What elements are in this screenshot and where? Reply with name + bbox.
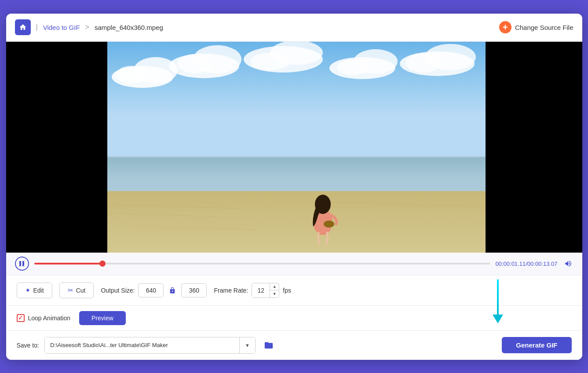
save-path-wrap: ▼ <box>44 337 256 354</box>
save-path-input[interactable] <box>45 337 239 353</box>
time-current: 00:00:01.11 <box>496 261 526 267</box>
preview-button[interactable]: Preview <box>79 311 126 325</box>
video-player <box>6 42 582 253</box>
breadcrumb-file: sample_640x360.mpeg <box>95 24 163 31</box>
frame-rate-group: Frame Rate: ▲ ▼ fps <box>214 283 291 298</box>
home-icon <box>19 23 27 31</box>
pause-button[interactable] <box>15 257 29 271</box>
fps-label: fps <box>283 287 291 294</box>
breadcrumb-separator: | <box>36 23 38 31</box>
volume-button[interactable] <box>563 258 573 269</box>
output-size-label: Output Size: <box>101 287 135 294</box>
lock-icon-svg <box>169 286 176 295</box>
video-letterbox-right <box>486 42 582 253</box>
options-bar: ✓ Loop Animation Preview <box>6 306 582 331</box>
height-input[interactable] <box>181 283 207 297</box>
width-input[interactable] <box>138 283 164 297</box>
fps-arrows: ▲ ▼ <box>270 283 279 297</box>
frame-rate-label: Frame Rate: <box>214 287 248 294</box>
svg-rect-17 <box>107 156 486 157</box>
header: | Video to GIF > sample_640x360.mpeg + C… <box>6 14 582 42</box>
generate-gif-button[interactable]: Generate GIF <box>502 337 571 353</box>
preview-label: Preview <box>91 315 113 322</box>
folder-icon <box>263 340 274 350</box>
generate-gif-label: Generate GIF <box>516 341 557 349</box>
browse-folder-button[interactable] <box>261 337 277 353</box>
output-size-group: Output Size: <box>101 283 207 297</box>
time-display: 00:00:01.11/00:00:13.07 <box>496 261 558 267</box>
svg-point-9 <box>250 53 290 70</box>
progress-fill <box>34 263 103 264</box>
arrow-decoration <box>493 279 503 323</box>
scissors-icon: ✂ <box>68 286 73 294</box>
video-scene <box>107 42 486 253</box>
lock-icon[interactable] <box>167 285 178 296</box>
breadcrumb-arrow: > <box>85 23 89 31</box>
playback-bar: 00:00:01.11/00:00:13.07 <box>6 253 582 275</box>
header-left: | Video to GIF > sample_640x360.mpeg <box>15 19 499 35</box>
fps-input-wrap: ▲ ▼ <box>252 283 279 298</box>
fps-down-button[interactable]: ▼ <box>270 290 279 297</box>
edit-button[interactable]: ✦ Edit <box>17 282 52 298</box>
change-source-label: Change Source File <box>515 24 573 31</box>
wand-icon: ✦ <box>25 286 31 294</box>
progress-thumb[interactable] <box>99 261 106 267</box>
cut-label: Cut <box>76 287 86 294</box>
fps-input[interactable] <box>252 283 270 297</box>
save-path-dropdown[interactable]: ▼ <box>239 337 255 353</box>
svg-point-15 <box>405 53 442 72</box>
pause-icon <box>19 261 24 266</box>
edit-label: Edit <box>33 287 44 294</box>
fps-up-button[interactable]: ▲ <box>270 283 279 290</box>
change-source-button[interactable]: + Change Source File <box>499 21 573 33</box>
svg-point-12 <box>337 59 370 75</box>
progress-track[interactable] <box>34 263 490 264</box>
save-label: Save to: <box>17 342 39 349</box>
breadcrumb-tool[interactable]: Video to GIF <box>43 24 80 31</box>
save-bar: Save to: ▼ Generate GIF <box>6 331 582 360</box>
loop-animation-label[interactable]: ✓ Loop Animation <box>17 314 71 322</box>
cut-button[interactable]: ✂ Cut <box>59 282 94 298</box>
home-button[interactable] <box>15 19 31 35</box>
loop-checkbox[interactable]: ✓ <box>17 314 25 322</box>
svg-point-25 <box>324 221 334 228</box>
arrow-shaft <box>497 279 499 315</box>
arrow-head <box>493 315 503 323</box>
check-mark: ✓ <box>18 315 23 321</box>
plus-icon: + <box>499 21 511 33</box>
svg-point-6 <box>178 54 213 73</box>
video-frame <box>107 42 486 253</box>
video-letterbox-left <box>6 42 107 253</box>
loop-label: Loop Animation <box>28 315 71 322</box>
svg-rect-18 <box>107 191 486 253</box>
volume-icon <box>563 260 573 268</box>
svg-point-3 <box>116 66 147 83</box>
app-window: | Video to GIF > sample_640x360.mpeg + C… <box>6 14 582 360</box>
time-total: 00:00:13.07 <box>527 261 558 267</box>
